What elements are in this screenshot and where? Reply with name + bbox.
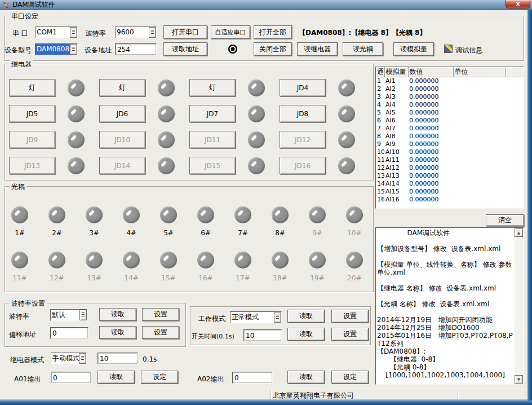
dropdown-arrow-icon[interactable]: [70, 27, 77, 38]
dropdown-arrow-icon[interactable]: [70, 44, 77, 55]
opto-channel-label-18: 18#: [273, 274, 287, 282]
relay-button-1[interactable]: 灯: [9, 79, 55, 96]
analog-table-row[interactable]: 4AI40.000000: [376, 101, 524, 109]
analog-table-row[interactable]: 16AI160.000000: [376, 196, 524, 204]
clear-log-button[interactable]: 清空: [486, 214, 524, 226]
read-relay-button[interactable]: 读继电器: [297, 42, 338, 56]
analog-table-row[interactable]: 5AI50.000000: [376, 109, 524, 117]
opto-cell: 7#: [224, 206, 261, 237]
analog-column-header[interactable]: 单位: [453, 67, 506, 77]
debug-info-label: 调试信息: [455, 46, 482, 55]
analog-column-header[interactable]: [506, 67, 524, 77]
opto-grid: 1#2#3#4#5#6#7#8#9#10#11#12#13#14#15#16#1…: [1, 206, 373, 282]
open-port-button[interactable]: 打开串口: [163, 25, 207, 39]
opto-led-icon-19: [309, 252, 326, 268]
analog-column-header[interactable]: 通: [376, 67, 384, 77]
analog-table-row[interactable]: 11AI110.000000: [376, 156, 524, 164]
relay-cell: 灯: [99, 79, 189, 96]
analog-column-header[interactable]: 数值: [408, 67, 453, 77]
analog-table-panel: 通模拟量数值单位 1AI10.0000002AI20.0000003AI30.0…: [375, 67, 524, 209]
analog-table-row[interactable]: 6AI60.000000: [376, 117, 524, 125]
analog-table-row[interactable]: 13AI130.000000: [376, 172, 524, 180]
scroll-down-icon[interactable]: ▼: [515, 375, 523, 384]
relay-button-7[interactable]: JD7: [189, 105, 236, 122]
switch-time-read-button[interactable]: 读取: [287, 328, 325, 341]
relay-led-icon-15: [248, 157, 265, 174]
relay-button-6[interactable]: JD6: [99, 105, 145, 122]
relay-led-icon-10: [158, 131, 175, 148]
baud-read-button[interactable]: 读取: [99, 308, 136, 321]
offset-read-button[interactable]: 读取: [99, 326, 136, 339]
analog-table-row[interactable]: 1AI10.000000: [376, 77, 524, 85]
relay-button-3[interactable]: 灯: [189, 79, 236, 96]
read-analog-button[interactable]: 读模拟量: [393, 42, 434, 56]
analog-table-row[interactable]: 8AI80.000000: [376, 133, 524, 140]
relay-button-8[interactable]: JD8: [280, 105, 326, 122]
relay-mode-unit-label: 0.1s: [143, 355, 157, 363]
analog-table-row[interactable]: 12AI120.000000: [376, 164, 524, 172]
app-logo-icon: [2, 1, 10, 9]
log-scrollbar[interactable]: ▲ ▼: [515, 228, 523, 384]
opto-channel-label-12: 12#: [50, 274, 64, 282]
window-right-border: [527, 10, 532, 405]
address-input[interactable]: [115, 43, 157, 55]
adaptive-port-button[interactable]: 自适应串口: [211, 25, 250, 39]
relay-mode-time-input[interactable]: [97, 353, 138, 364]
work-mode-set-button[interactable]: 设置: [331, 310, 369, 323]
analog-table-row[interactable]: 3AI30.000000: [376, 93, 524, 101]
read-address-button[interactable]: 读取地址: [163, 42, 207, 56]
ao1-set-button[interactable]: 设定: [141, 371, 178, 384]
baud-combobox[interactable]: 9600: [115, 27, 157, 38]
log-text[interactable]: DAM调试软件 【增加设备型号】 修改 设备表.xml.xml 【模拟量 单位、…: [377, 229, 514, 383]
relay-button-16: JD16: [280, 157, 326, 174]
opto-led-icon-13: [86, 252, 103, 268]
dropdown-arrow-icon[interactable]: [149, 27, 156, 38]
opto-led-icon-12: [48, 252, 65, 268]
opto-cell: 11#: [1, 252, 38, 282]
work-mode-read-button[interactable]: 读取: [287, 310, 325, 323]
relay-button-2[interactable]: 灯: [99, 79, 145, 96]
relay-button-14: JD14: [99, 157, 145, 174]
offset-input[interactable]: [50, 327, 88, 339]
port-combobox[interactable]: COM1: [35, 27, 78, 38]
opto-cell: 6#: [187, 206, 224, 237]
ao2-read-button[interactable]: 读取: [287, 371, 325, 384]
analog-table-row[interactable]: 7AI70.000000: [376, 125, 524, 133]
dropdown-arrow-icon[interactable]: [274, 312, 281, 323]
ao1-input[interactable]: [51, 372, 91, 384]
analog-table-row[interactable]: 2AI20.000000: [376, 85, 524, 93]
read-opto-button[interactable]: 读光耦: [343, 42, 383, 56]
status-separator: [271, 390, 271, 399]
close-all-button[interactable]: 关闭全部: [254, 42, 292, 56]
opto-cell: 4#: [113, 206, 150, 237]
switch-time-input[interactable]: [243, 329, 282, 341]
opto-cell: 5#: [150, 206, 187, 237]
offset-set-button[interactable]: 设置: [142, 326, 179, 339]
analog-column-header[interactable]: 模拟量: [384, 67, 408, 77]
ao2-set-button[interactable]: 设定: [331, 371, 369, 384]
analog-table-row[interactable]: 15AI150.000000: [376, 188, 524, 196]
log-panel: DAM调试软件 【增加设备型号】 修改 设备表.xml.xml 【模拟量 单位、…: [375, 227, 524, 385]
baud-setting-combobox[interactable]: 默认: [50, 309, 87, 321]
analog-table-row[interactable]: 9AI90.000000: [376, 140, 524, 148]
analog-table-row[interactable]: 10AI100.000000: [376, 148, 524, 156]
analog-table-row[interactable]: 14AI140.000000: [376, 180, 524, 188]
relay-mode-combobox[interactable]: 手动模式: [51, 353, 87, 364]
scroll-up-icon[interactable]: ▲: [515, 228, 523, 237]
dropdown-arrow-icon[interactable]: [79, 353, 86, 364]
open-all-button[interactable]: 打开全部: [254, 25, 292, 39]
close-button[interactable]: x: [506, 0, 530, 8]
baud-set-button[interactable]: 设置: [142, 308, 179, 321]
model-combobox[interactable]: DAM0808: [35, 43, 78, 55]
work-mode-combobox[interactable]: 正常模式: [230, 311, 282, 323]
baud-settings-title: 波特率设置: [10, 299, 47, 309]
opto-cell: 3#: [76, 206, 113, 237]
opto-channel-label-14: 14#: [124, 274, 138, 282]
opto-cell: 16#: [187, 252, 224, 282]
relay-button-5[interactable]: JD5: [9, 105, 55, 122]
relay-button-4[interactable]: JD4: [280, 79, 326, 96]
switch-time-set-button[interactable]: 设置: [331, 328, 369, 341]
dropdown-arrow-icon[interactable]: [79, 310, 87, 320]
ao2-input[interactable]: [232, 372, 273, 384]
ao1-read-button[interactable]: 读取: [97, 371, 135, 384]
